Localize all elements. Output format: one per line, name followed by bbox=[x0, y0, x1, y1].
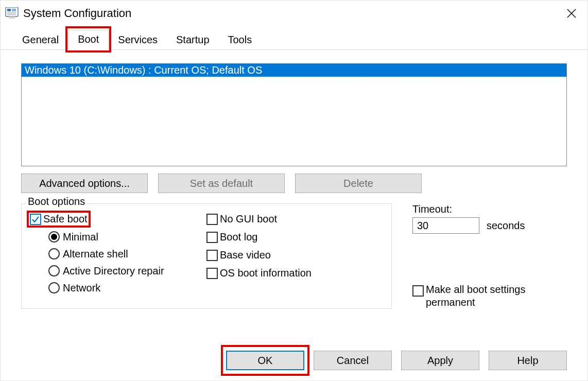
radio-icon bbox=[48, 248, 60, 259]
lower-section: Boot options Safe boot bbox=[21, 203, 567, 309]
close-icon bbox=[567, 9, 576, 18]
tab-boot-label: Boot bbox=[78, 33, 99, 45]
make-permanent-label: Make all boot settings permanent bbox=[426, 283, 567, 309]
tab-strip: General Boot Services Startup Tools bbox=[1, 29, 587, 50]
os-boot-info-label: OS boot information bbox=[220, 267, 312, 279]
cancel-button[interactable]: Cancel bbox=[314, 351, 392, 370]
apply-button[interactable]: Apply bbox=[401, 351, 479, 370]
help-button[interactable]: Help bbox=[489, 351, 567, 370]
radio-ad-repair-label: Active Directory repair bbox=[63, 265, 164, 277]
safe-boot-checkbox[interactable]: Safe boot bbox=[30, 213, 88, 225]
safe-boot-label: Safe boot bbox=[43, 213, 88, 225]
app-icon bbox=[5, 7, 19, 20]
boot-actions-row: Advanced options... Set as default Delet… bbox=[21, 174, 567, 193]
radio-alternate-shell[interactable]: Alternate shell bbox=[48, 248, 206, 260]
advanced-options-button[interactable]: Advanced options... bbox=[21, 174, 148, 193]
system-configuration-window: System Configuration General Boot Servic… bbox=[0, 0, 588, 381]
radio-minimal[interactable]: Minimal bbox=[48, 231, 206, 243]
timeout-section: Timeout: seconds Make all boot settings … bbox=[412, 203, 567, 309]
boot-entries-list[interactable]: Windows 10 (C:\Windows) : Current OS; De… bbox=[21, 63, 567, 166]
checkbox-icon bbox=[206, 250, 218, 261]
titlebar: System Configuration bbox=[1, 1, 587, 29]
radio-icon bbox=[48, 231, 60, 243]
base-video-checkbox[interactable]: Base video bbox=[206, 249, 383, 261]
make-permanent-checkbox[interactable]: Make all boot settings permanent bbox=[412, 283, 567, 309]
no-gui-boot-label: No GUI boot bbox=[220, 213, 277, 225]
safe-boot-mode-radios: Minimal Alternate shell Active Directory… bbox=[30, 231, 206, 294]
tab-tools[interactable]: Tools bbox=[219, 31, 262, 50]
dialog-button-row: OK Cancel Apply Help bbox=[1, 338, 587, 380]
timeout-input[interactable] bbox=[412, 217, 479, 234]
svg-rect-1 bbox=[7, 9, 11, 11]
checkbox-icon bbox=[412, 285, 424, 297]
boot-options-group: Boot options Safe boot bbox=[21, 203, 392, 309]
ok-button[interactable]: OK bbox=[226, 351, 304, 370]
boot-options-right: No GUI boot Boot log Base video OS bbox=[206, 209, 383, 294]
radio-ad-repair[interactable]: Active Directory repair bbox=[48, 265, 206, 277]
checkbox-icon bbox=[206, 214, 218, 225]
boot-options-label: Boot options bbox=[26, 196, 87, 207]
radio-minimal-label: Minimal bbox=[63, 231, 98, 243]
set-as-default-button: Set as default bbox=[158, 174, 285, 193]
tab-startup[interactable]: Startup bbox=[167, 31, 218, 50]
timeout-unit: seconds bbox=[487, 220, 525, 232]
tab-general[interactable]: General bbox=[13, 31, 68, 50]
radio-network-label: Network bbox=[63, 282, 100, 294]
tab-services[interactable]: Services bbox=[109, 31, 167, 50]
svg-rect-6 bbox=[9, 16, 15, 19]
close-button[interactable] bbox=[560, 4, 583, 23]
radio-network[interactable]: Network bbox=[48, 282, 206, 294]
boot-log-label: Boot log bbox=[220, 231, 257, 243]
delete-button: Delete bbox=[295, 174, 422, 193]
checkbox-icon bbox=[206, 232, 218, 243]
boot-log-checkbox[interactable]: Boot log bbox=[206, 231, 383, 243]
radio-icon bbox=[48, 282, 60, 293]
boot-entry[interactable]: Windows 10 (C:\Windows) : Current OS; De… bbox=[22, 64, 566, 77]
radio-icon bbox=[48, 265, 60, 276]
checkbox-icon bbox=[30, 214, 41, 225]
radio-alternate-shell-label: Alternate shell bbox=[63, 248, 128, 260]
base-video-label: Base video bbox=[220, 249, 271, 261]
checkbox-icon bbox=[206, 268, 218, 279]
os-boot-info-checkbox[interactable]: OS boot information bbox=[206, 267, 383, 279]
window-title: System Configuration bbox=[23, 7, 131, 20]
no-gui-boot-checkbox[interactable]: No GUI boot bbox=[206, 213, 383, 225]
tab-boot[interactable]: Boot bbox=[68, 30, 109, 50]
svg-rect-0 bbox=[6, 7, 18, 16]
tab-content: Windows 10 (C:\Windows) : Current OS; De… bbox=[1, 50, 587, 338]
timeout-label: Timeout: bbox=[412, 203, 567, 215]
boot-options-left: Safe boot Minimal bbox=[30, 209, 206, 294]
